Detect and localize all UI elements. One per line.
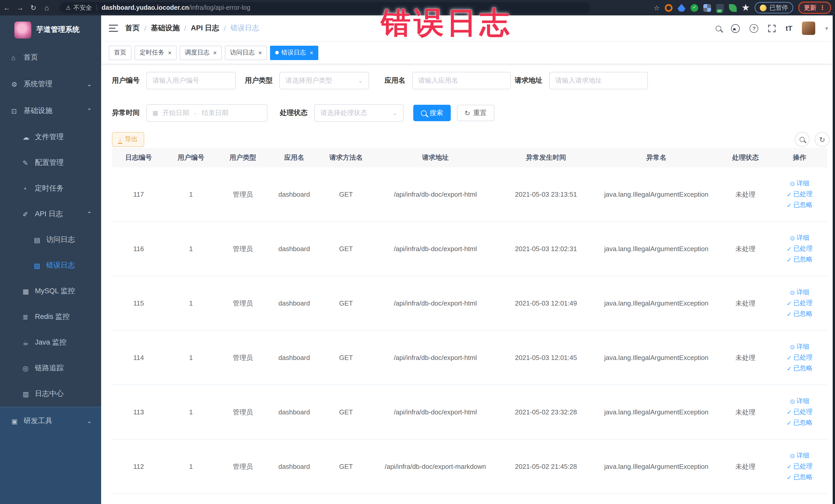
view-tab[interactable]: 访问日志 × xyxy=(225,45,267,60)
bookmark-star-icon[interactable] xyxy=(654,4,660,12)
sidebar-item[interactable]: 错误日志 xyxy=(0,253,101,278)
cell-exception-name: java.lang.IllegalArgumentException xyxy=(594,330,719,385)
security-warning-icon[interactable] xyxy=(66,4,71,11)
profile-paused-pill[interactable]: 已暂停 xyxy=(755,2,793,13)
close-icon[interactable]: × xyxy=(213,49,217,56)
refresh-button[interactable] xyxy=(815,132,830,147)
sidebar-item[interactable]: Redis 监控 xyxy=(0,304,101,330)
sidebar-item[interactable]: 配置管理 xyxy=(0,150,101,176)
processed-link-label: 已处理 xyxy=(793,190,813,199)
search-button[interactable]: 搜索 xyxy=(413,105,451,121)
extension-orange-icon[interactable] xyxy=(665,4,673,12)
detail-link[interactable]: 详细 xyxy=(790,234,809,242)
user-type-select[interactable]: 请选择用户类型 xyxy=(279,72,369,89)
ignored-link[interactable]: 已忽略 xyxy=(787,473,812,482)
exception-time-range-input[interactable]: 开始日期 - 结束日期 xyxy=(146,104,267,122)
detail-link[interactable]: 详细 xyxy=(790,179,809,188)
app-name-input[interactable]: 请输入应用名 xyxy=(412,72,511,89)
cell-app-name: dashboard xyxy=(269,385,319,439)
help-icon[interactable]: ? xyxy=(750,24,758,33)
processed-link[interactable]: 已处理 xyxy=(787,353,812,362)
request-url-input[interactable]: 请输入请求地址 xyxy=(549,72,648,89)
view-tab[interactable]: 调度日志 × xyxy=(180,45,222,60)
breadcrumb-item[interactable]: 错误日志 xyxy=(230,24,259,33)
sidebar-item[interactable]: 定时任务 xyxy=(0,176,101,201)
overflow-menu-icon[interactable] xyxy=(819,4,826,11)
sidebar-item-label: 链路追踪 xyxy=(35,364,92,373)
cell-user-type: 管理员 xyxy=(217,385,269,439)
sidebar-item[interactable]: Java 监控 xyxy=(0,330,101,355)
sidebar-item[interactable]: 基础设施 xyxy=(0,98,101,124)
ignored-link[interactable]: 已忽略 xyxy=(787,310,812,318)
sidebar-item-label: 访问日志 xyxy=(46,235,92,244)
cell-user-id: 1 xyxy=(165,276,217,330)
processed-link[interactable]: 已处理 xyxy=(787,244,812,253)
sidebar-item[interactable]: 日志中心 xyxy=(0,381,101,407)
sidebar-item[interactable]: 系统管理 xyxy=(0,71,101,98)
extension-switch-icon[interactable] xyxy=(716,4,724,12)
breadcrumb-item[interactable]: 首页 xyxy=(125,24,140,33)
security-label[interactable]: 不安全 xyxy=(74,3,92,12)
breadcrumb-item[interactable]: 基础设施 xyxy=(151,24,180,33)
extension-leaf-icon[interactable] xyxy=(729,4,737,12)
ignored-link[interactable]: 已忽略 xyxy=(787,201,812,209)
close-icon[interactable]: × xyxy=(258,49,262,56)
processed-link[interactable]: 已处理 xyxy=(787,190,812,199)
detail-link[interactable]: 详细 xyxy=(790,343,809,351)
table-row: 117 1 管理员 dashboard GET /api/infra/db-do… xyxy=(112,167,827,222)
user-caret-icon[interactable] xyxy=(825,25,828,32)
view-tab[interactable]: 首页 × xyxy=(109,45,131,60)
ignored-link[interactable]: 已忽略 xyxy=(787,364,812,373)
user-id-input[interactable]: 请输入用户编号 xyxy=(146,72,236,89)
processed-link[interactable]: 已处理 xyxy=(787,408,812,417)
extension-grid-icon[interactable] xyxy=(703,4,711,12)
sidebar-item[interactable]: 研发工具 xyxy=(0,407,101,435)
back-icon[interactable] xyxy=(0,4,13,12)
view-tab[interactable]: 定时任务 × xyxy=(135,45,177,60)
github-icon[interactable] xyxy=(731,24,740,33)
detail-link[interactable]: 详细 xyxy=(790,397,809,406)
error-log-icon xyxy=(34,262,46,269)
address-bar[interactable]: 不安全 dashboard.yudao.iocoder.cn /infra/lo… xyxy=(60,2,591,13)
breadcrumb-item[interactable]: API 日志 xyxy=(191,24,219,33)
reset-button[interactable]: 重置 xyxy=(457,105,494,121)
font-size-icon[interactable] xyxy=(786,24,792,32)
extension-blue-drop-icon[interactable] xyxy=(678,4,685,12)
avatar[interactable] xyxy=(802,22,815,35)
check-icon xyxy=(787,463,792,470)
close-icon[interactable]: × xyxy=(168,49,171,56)
eye-icon xyxy=(790,180,795,187)
close-icon[interactable]: × xyxy=(309,49,313,56)
extension-green-check-icon[interactable] xyxy=(691,4,698,12)
sidebar-item[interactable]: MySQL 监控 xyxy=(0,278,101,304)
cell-operations: 详细 已处理 已忽略 xyxy=(772,222,827,276)
sidebar-item[interactable]: API 日志 xyxy=(0,201,101,227)
cell-exception-time: 2021-05-03 12:01:49 xyxy=(498,276,594,330)
sidebar-item[interactable]: 文件管理 xyxy=(0,124,101,150)
reload-icon[interactable] xyxy=(27,4,40,12)
toggle-search-button[interactable] xyxy=(795,132,810,147)
search-icon[interactable] xyxy=(716,25,721,31)
processed-link[interactable]: 已处理 xyxy=(787,299,812,308)
ignored-link[interactable]: 已忽略 xyxy=(787,255,812,264)
processed-link-label: 已处理 xyxy=(793,353,813,362)
home-button-icon[interactable] xyxy=(40,4,54,12)
ignored-link[interactable]: 已忽略 xyxy=(787,419,812,427)
view-tab[interactable]: 错误日志 × xyxy=(270,45,318,60)
process-status-select[interactable]: 请选择处理状态 xyxy=(314,104,404,122)
fullscreen-icon[interactable] xyxy=(768,24,776,32)
export-button-label: 导出 xyxy=(125,135,138,144)
extension-star-icon[interactable] xyxy=(742,4,750,12)
app-name-label: 应用名 xyxy=(385,76,405,85)
detail-link[interactable]: 详细 xyxy=(790,288,809,297)
update-button[interactable]: 更新 xyxy=(798,2,831,14)
sidebar-item[interactable]: 访问日志 xyxy=(0,227,101,253)
processed-link[interactable]: 已处理 xyxy=(787,462,812,471)
export-button[interactable]: 导出 xyxy=(112,132,144,147)
sidebar-item[interactable]: 链路追踪 xyxy=(0,355,101,381)
detail-link[interactable]: 详细 xyxy=(790,451,809,460)
app-logo[interactable]: 芋道管理系统 xyxy=(0,15,101,44)
forward-icon[interactable] xyxy=(13,4,27,12)
sidebar-toggle-icon[interactable] xyxy=(109,25,118,32)
sidebar-item[interactable]: 首页 xyxy=(0,44,101,71)
